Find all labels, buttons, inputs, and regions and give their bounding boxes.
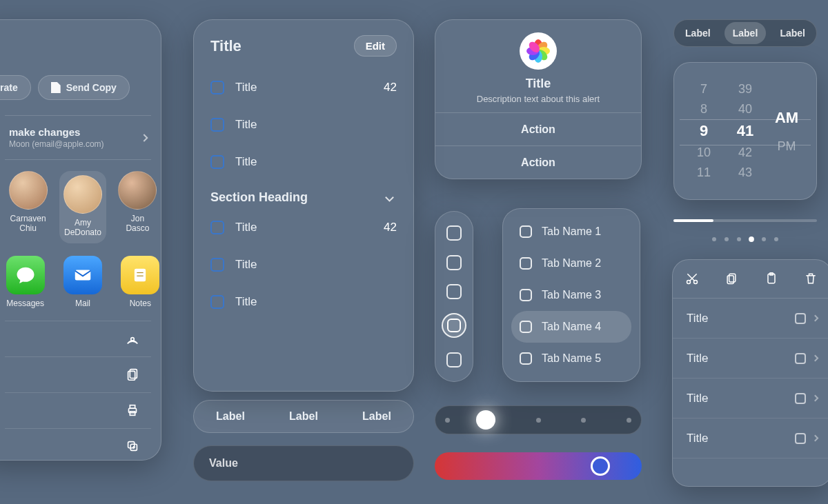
square-icon (520, 321, 532, 333)
strip-tab-5[interactable] (446, 352, 462, 367)
alert-action-secondary[interactable]: Action (435, 145, 641, 179)
color-slider[interactable] (435, 452, 642, 480)
list-row[interactable]: Title (673, 299, 828, 339)
tab-item[interactable]: Label (289, 410, 318, 423)
tab-label: Tab Name 3 (542, 289, 601, 301)
page-dot[interactable] (762, 237, 766, 241)
action-airdrop[interactable] (5, 321, 151, 356)
page-dot[interactable] (712, 237, 716, 241)
action-duplicate[interactable] (5, 428, 151, 464)
list-row[interactable]: Title (210, 106, 397, 143)
make-changes-title: make changes (9, 125, 104, 139)
action-list (5, 321, 151, 464)
person-jon[interactable]: JonDasco (115, 171, 161, 243)
paste-icon[interactable] (765, 272, 780, 287)
people-row: CarnavenChiu AmyDeDonato JonDasco (5, 171, 161, 243)
segment-3[interactable]: Label (771, 22, 814, 44)
page-dot[interactable] (737, 237, 741, 241)
list-row[interactable]: Title (673, 379, 828, 419)
tab-item[interactable]: Label (216, 410, 245, 423)
airdrop-icon (125, 331, 140, 346)
page-dot[interactable] (724, 237, 729, 241)
square-icon (520, 352, 532, 365)
alert-action-primary[interactable]: Action (435, 112, 641, 145)
chevron-right-icon (812, 435, 819, 442)
section-header[interactable]: Section Heading (210, 190, 397, 205)
square-icon (520, 289, 532, 301)
color-slider-thumb[interactable] (591, 456, 610, 476)
page-dot-selected[interactable] (749, 236, 754, 242)
tab-row-selected[interactable]: Tab Name 4 (511, 311, 631, 343)
chevron-right-icon (812, 395, 819, 402)
person-amy[interactable]: AmyDeDonato (59, 171, 106, 243)
share-sheet-panel: rate Send Copy make changes Moon (email@… (0, 19, 161, 461)
list-row[interactable]: Title (210, 283, 397, 321)
square-icon (795, 433, 806, 444)
checkbox-icon[interactable] (210, 81, 224, 94)
app-label: Mail (62, 299, 103, 308)
strip-tab-3[interactable] (446, 284, 462, 299)
slider-thumb[interactable] (476, 410, 495, 430)
avatar-icon (63, 175, 102, 214)
edit-button[interactable]: Edit (354, 35, 397, 57)
send-copy-button[interactable]: Send Copy (38, 75, 130, 100)
app-notes[interactable]: Notes (120, 256, 161, 308)
checkbox-icon[interactable] (210, 221, 224, 234)
square-icon (520, 225, 532, 238)
make-changes-row[interactable]: make changes Moon (email@apple.com) (5, 115, 151, 160)
tab-row[interactable]: Tab Name 3 (511, 279, 631, 311)
action-copy[interactable] (5, 356, 151, 392)
checkbox-icon[interactable] (210, 258, 224, 272)
svg-rect-0 (75, 270, 91, 280)
copy-icon (125, 367, 140, 382)
person-carnaven[interactable]: CarnavenChiu (5, 171, 51, 243)
tab-label: Tab Name 1 (542, 225, 601, 238)
list-row[interactable]: Title (210, 246, 397, 283)
segment-2-selected[interactable]: Label (724, 22, 767, 44)
tab-item[interactable]: Label (362, 410, 391, 423)
collaborate-label: rate (0, 82, 18, 93)
svg-rect-8 (130, 405, 135, 409)
tab-row[interactable]: Tab Name 5 (511, 343, 631, 374)
checkbox-icon[interactable] (210, 155, 224, 169)
tab-row[interactable]: Tab Name 1 (511, 216, 631, 248)
panel-title: Title (210, 37, 241, 55)
alert-description: Description text about this alert (435, 91, 641, 112)
list-row[interactable]: Title (673, 339, 828, 379)
slider-tick (536, 418, 541, 423)
app-mail[interactable]: Mail (62, 256, 103, 308)
list-row[interactable]: Title (210, 143, 397, 181)
list-row[interactable]: Title42 (210, 209, 397, 246)
progress-fill (673, 219, 713, 222)
strip-tab-4-selected[interactable] (442, 313, 466, 338)
segment-1[interactable]: Label (677, 22, 719, 44)
trash-icon[interactable] (804, 272, 819, 287)
slider-tick (445, 418, 450, 423)
value-placeholder: Value (209, 457, 238, 470)
printer-icon (125, 403, 140, 418)
photos-app-icon (520, 32, 557, 70)
square-icon (795, 393, 806, 404)
strip-tab-2[interactable] (446, 255, 462, 270)
value-input[interactable]: Value (193, 445, 414, 481)
chevron-right-icon (812, 355, 819, 362)
discrete-slider[interactable] (435, 405, 642, 434)
time-picker[interactable]: 7 8 9 10 11 39 40 41 42 43 AM PM (673, 62, 817, 200)
page-dot[interactable] (774, 237, 778, 241)
svg-rect-1 (135, 269, 146, 282)
tab-label: Tab Name 5 (542, 352, 601, 365)
action-print[interactable] (5, 392, 151, 428)
cut-icon[interactable] (685, 272, 700, 287)
page-indicator[interactable] (673, 237, 817, 241)
tab-row[interactable]: Tab Name 2 (511, 248, 631, 279)
square-icon (795, 313, 806, 324)
collaborate-button[interactable]: rate (0, 75, 31, 100)
strip-tab-1[interactable] (446, 225, 462, 241)
list-row[interactable]: Title (673, 419, 828, 458)
checkbox-icon[interactable] (210, 295, 224, 309)
checkbox-icon[interactable] (210, 118, 224, 132)
copy-icon[interactable] (724, 272, 740, 287)
list-row[interactable]: Title42 (210, 69, 397, 106)
app-messages[interactable]: Messages (5, 256, 46, 308)
app-label: Notes (120, 299, 161, 308)
